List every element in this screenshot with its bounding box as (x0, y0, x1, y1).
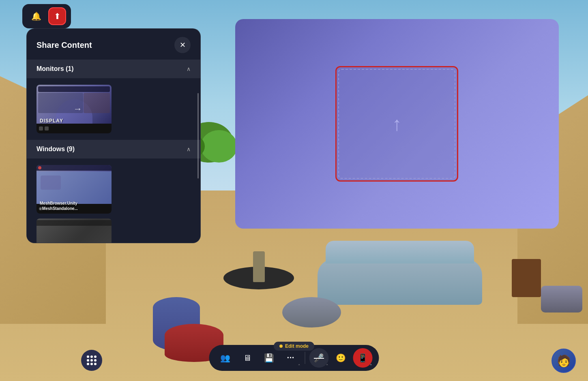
close-icon: ✕ (180, 41, 186, 49)
notification-icon: 🔔 (31, 11, 41, 21)
screen-upload-zone: ↑ (335, 66, 458, 181)
monitors-section-header[interactable]: Monitors (1) ∧ (27, 60, 200, 78)
monitor-thumb-inner: DISPLAY → (36, 85, 112, 133)
grid-dot (87, 363, 89, 365)
share-screen-icon: 📱 (358, 353, 368, 363)
save-button[interactable]: 💾 (260, 348, 279, 368)
windows-chevron-icon: ∧ (187, 146, 191, 152)
mesh-titlebar (36, 165, 112, 171)
titlebar-close (38, 166, 41, 169)
people-icon: 👥 (220, 353, 230, 363)
display-label: DISPLAY (40, 118, 63, 124)
panel-header: Share Content ✕ (27, 29, 200, 60)
monitors-section-content: DISPLAY → (27, 78, 200, 140)
more-options-button[interactable]: ••• ^ (281, 348, 301, 368)
people-button[interactable]: 👥 (216, 348, 235, 368)
panel-title: Share Content (36, 41, 92, 50)
close-panel-button[interactable]: ✕ (174, 37, 191, 53)
grid-icon (87, 355, 97, 365)
edit-dot (279, 345, 283, 348)
more-icon: ••• (287, 355, 295, 361)
windows-section: Windows (9) ∧ (27, 140, 200, 243)
chevron-up-icon: ^ (298, 363, 300, 367)
screen-share-button[interactable]: 🖥 (238, 348, 257, 368)
side-table (512, 259, 541, 297)
monitor-thumbnail[interactable]: DISPLAY → (36, 85, 112, 133)
mute-icon: 🎤 (314, 353, 324, 363)
scroll-indicator (197, 93, 199, 178)
share-content-panel: Share Content ✕ Monitors (1) ∧ (26, 28, 201, 243)
mute-chevron-icon: ^ (326, 363, 328, 367)
display-arrow-icon: → (73, 104, 82, 114)
taskbar-icon-2 (45, 126, 49, 131)
grid-dot (90, 363, 93, 365)
windows-section-header[interactable]: Windows (9) ∧ (27, 140, 200, 158)
grid-menu-button[interactable] (81, 350, 102, 371)
grid-dot (90, 355, 93, 358)
mute-button[interactable]: 🎤 ^ (309, 348, 329, 368)
sofa (318, 259, 482, 305)
notification-button[interactable]: 🔔 (27, 7, 45, 25)
window-thumbnail-mesh[interactable]: MeshBrowser.Unity- MeshStandalone... (36, 165, 112, 214)
window-thumbnail-blurred[interactable] (36, 218, 112, 243)
top-toolbar: 🔔 ⬆ (22, 4, 71, 28)
grid-dot (94, 363, 97, 365)
grid-dot (87, 359, 89, 362)
windows-section-content: MeshBrowser.Unity- MeshStandalone... (27, 158, 200, 243)
screen-titlebar (38, 86, 110, 92)
mesh-panel (41, 176, 61, 190)
upload-arrow-icon: ↑ (392, 113, 402, 135)
avatar-icon: 🧑 (557, 354, 571, 368)
mesh-content (36, 171, 112, 204)
monitors-section: Monitors (1) ∧ DISPLAY (27, 60, 200, 140)
mesh-thumb-inner: MeshBrowser.Unity- MeshStandalone... (36, 165, 112, 214)
emoji-button[interactable]: 🙂 (331, 348, 351, 368)
share-upload-icon: ⬆ (54, 11, 61, 21)
share-screen-active-button[interactable]: 📱 ^ (353, 348, 373, 368)
edit-mode-label: Edit mode (285, 343, 309, 349)
share-button[interactable]: ⬆ (48, 7, 66, 25)
small-ottoman (541, 286, 582, 313)
screen-icon: 🖥 (243, 353, 251, 363)
user-avatar-button[interactable]: 🧑 (552, 349, 576, 373)
taskbar-icon (39, 126, 43, 131)
blurred-titlebar (36, 220, 112, 226)
share-screen-chevron-icon: ^ (370, 363, 372, 367)
grid-dot (87, 355, 89, 358)
save-icon: 💾 (264, 353, 274, 363)
screen-content-2 (84, 93, 110, 113)
grid-dot (90, 359, 93, 362)
ottoman (282, 297, 341, 327)
virtual-screen: ↑ (235, 19, 559, 229)
tree-canopy-2 (201, 130, 237, 163)
grid-dot (94, 355, 97, 358)
vase (253, 251, 265, 282)
windows-section-title: Windows (9) (36, 146, 75, 153)
mesh-window-label: MeshBrowser.Unity- MeshStandalone... (40, 201, 78, 211)
grid-dot (94, 359, 97, 362)
sofa-back (326, 241, 474, 263)
edit-mode-badge: Edit mode (274, 342, 314, 351)
monitors-chevron-icon: ∧ (187, 66, 191, 72)
toolbar-divider (305, 352, 305, 364)
mesh-screen (36, 165, 112, 204)
monitors-section-title: Monitors (1) (36, 65, 74, 73)
emoji-icon: 🙂 (336, 353, 346, 363)
monitor-taskbar (36, 124, 112, 133)
